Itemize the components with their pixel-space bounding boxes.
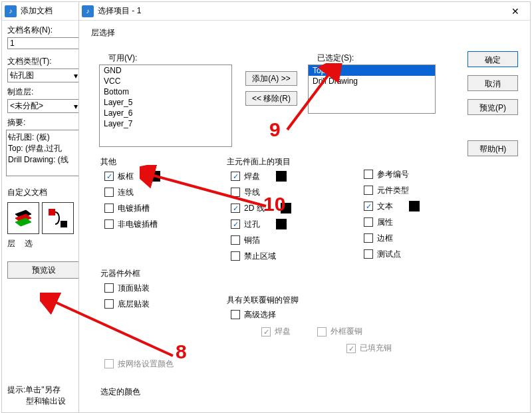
top-mount-checkbox[interactable] [104, 283, 114, 293]
doc-name-input[interactable] [7, 37, 80, 49]
list-item[interactable]: Layer_6 [100, 108, 231, 118]
via-label: 过孔 [244, 219, 260, 230]
top-mount-label: 顶面贴装 [118, 283, 150, 294]
preview-settings-button[interactable]: 预览设 [7, 261, 80, 279]
assoc-pad-label: 焊盘 [275, 326, 291, 337]
netcolor-label: 按网络设置颜色 [118, 358, 174, 370]
wire-checkbox[interactable] [231, 188, 240, 197]
layer-color-icon [45, 205, 71, 231]
window-title: 添加文档 [21, 5, 84, 17]
outer-cu-label: 外框覆铜 [331, 326, 362, 337]
via-checkbox[interactable] [231, 219, 240, 229]
filled-cu-label: 已填充铜 [360, 343, 392, 354]
color-swatch[interactable] [281, 203, 291, 213]
comptype-label: 元件类型 [377, 185, 409, 196]
connect-checkbox[interactable] [104, 188, 114, 197]
window-title: 选择项目 - 1 [98, 5, 503, 17]
list-item[interactable]: Top [309, 65, 435, 76]
testpt-label: 测试点 [377, 249, 401, 260]
layer-stack-icon [10, 205, 37, 231]
selcolor-group: 选定的颜色 [100, 386, 428, 398]
connect-label: 连线 [118, 187, 134, 198]
layer-btn-label: 层 [7, 238, 15, 249]
netcolor-checkbox [104, 359, 114, 368]
ok-button[interactable]: 确定 [467, 51, 518, 67]
chevron-down-icon: ▾ [74, 71, 78, 80]
assoc-pad-checkbox [261, 327, 271, 337]
doc-name-label: 文档名称(N): [7, 25, 82, 36]
list-item[interactable]: GND [100, 65, 231, 76]
list-item[interactable]: Layer_5 [100, 97, 231, 108]
list-item[interactable]: Drill Drawing [309, 76, 435, 86]
available-list[interactable]: GND VCC Bottom Layer_5 Layer_6 Layer_7 [99, 65, 232, 147]
color-swatch[interactable] [150, 171, 160, 182]
doc-type-combo[interactable]: 钻孔图 ▾ [7, 69, 80, 82]
bot-mount-checkbox[interactable] [104, 299, 114, 309]
line2d-checkbox[interactable] [231, 204, 240, 213]
color-swatch[interactable] [409, 201, 420, 211]
board-frame-checkbox[interactable] [104, 172, 114, 181]
attr-label: 属性 [377, 217, 393, 228]
nonplated-slot-label: 非电镀插槽 [118, 219, 158, 230]
comptype-checkbox[interactable] [364, 186, 373, 195]
text-label: 文本 [377, 201, 393, 212]
filled-cu-checkbox [346, 344, 356, 353]
selected-label: 已选定(S): [317, 53, 354, 64]
list-item[interactable]: VCC [100, 76, 231, 86]
refdes-checkbox[interactable] [364, 170, 373, 179]
layer-stack-button[interactable] [7, 202, 39, 234]
line2d-label: 2D 线 [244, 203, 265, 214]
bot-mount-label: 底层贴装 [118, 299, 150, 310]
attr-checkbox[interactable] [364, 217, 373, 227]
mfg-layer-value: <未分配> [10, 100, 43, 112]
testpt-checkbox[interactable] [364, 249, 373, 259]
app-icon: ♪ [5, 5, 17, 17]
add-doc-window: ♪ 添加文档 文档名称(N): 文档类型(T): 钻孔图 ▾ 制造层: <未分配… [1, 1, 88, 413]
keepout-label: 禁止区域 [244, 251, 276, 262]
available-label: 可用(V): [108, 53, 137, 64]
mfg-layer-combo[interactable]: <未分配> ▾ [7, 99, 80, 113]
titlebar: ♪ 选择项目 - 1 ✕ [79, 2, 530, 21]
color-swatch[interactable] [276, 171, 287, 182]
assoc-group: 具有关联覆铜的管脚 [227, 295, 454, 306]
copper-label: 铜箔 [244, 235, 260, 246]
keepout-checkbox[interactable] [231, 251, 240, 261]
sel-btn-label: 选 [25, 238, 33, 249]
wire-label: 导线 [244, 187, 260, 198]
close-button[interactable]: ✕ [503, 3, 527, 20]
plated-slot-label: 电镀插槽 [118, 203, 150, 214]
copper-checkbox[interactable] [231, 235, 240, 245]
cancel-button[interactable]: 取消 [467, 75, 518, 91]
adv-label: 高级选择 [244, 309, 276, 321]
nonplated-slot-checkbox[interactable] [104, 219, 114, 229]
mfg-layer-label: 制造层: [7, 86, 82, 98]
list-item[interactable]: Bottom [100, 86, 231, 97]
list-item[interactable]: Layer_7 [100, 118, 231, 129]
select-item-window: ♪ 选择项目 - 1 ✕ 层选择 可用(V): GND VCC Bottom L… [78, 1, 531, 413]
color-swatch[interactable] [276, 219, 287, 229]
plated-slot-checkbox[interactable] [104, 204, 114, 213]
pad-label: 焊盘 [244, 171, 260, 182]
text-checkbox[interactable] [364, 202, 373, 211]
doc-type-value: 钻孔图 [10, 70, 34, 81]
remove-button[interactable]: << 移除(R) [245, 91, 297, 106]
outer-cu-checkbox [317, 327, 327, 337]
summary-line: Drill Drawing: (线 [8, 154, 89, 166]
add-button[interactable]: 添加(A) >> [245, 71, 297, 86]
summary-line: 钻孔图: (板) [8, 132, 89, 143]
refdes-label: 参考编号 [377, 169, 409, 180]
selected-list[interactable]: Top Drill Drawing [308, 65, 436, 114]
chevron-down-icon: ▾ [74, 102, 78, 111]
comp-group: 主元件面上的项目 [227, 156, 354, 168]
border-checkbox[interactable] [364, 233, 373, 243]
preview-button[interactable]: 预览(P) [467, 99, 518, 115]
svg-rect-4 [61, 221, 67, 227]
titlebar: ♪ 添加文档 [2, 2, 87, 21]
summary-label: 摘要: [7, 117, 82, 128]
outline-group: 元器件外框 [100, 268, 215, 279]
adv-checkbox[interactable] [231, 310, 240, 319]
layer-color-button[interactable] [42, 202, 74, 234]
pad-checkbox[interactable] [231, 172, 240, 181]
border-label: 边框 [377, 233, 393, 244]
help-button[interactable]: 帮助(H) [467, 140, 518, 156]
